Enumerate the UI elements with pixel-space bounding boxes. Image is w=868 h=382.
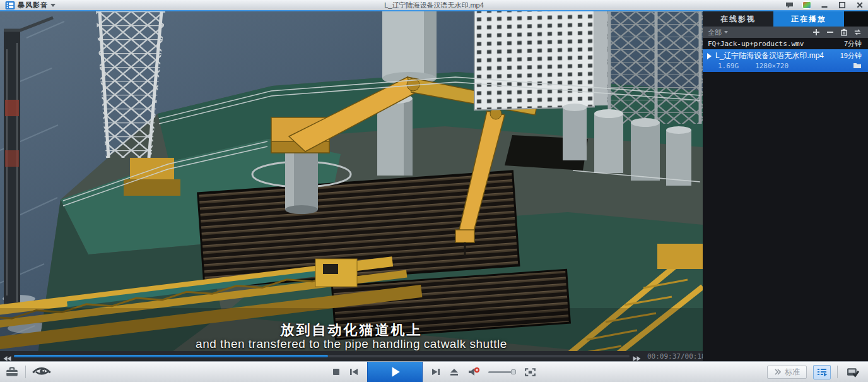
video-frame[interactable]: 放到自动化猫道机上 and then transfered to the pip… [0,11,703,351]
standard-mode-button[interactable]: 标准 [767,366,807,379]
chevrons-icon [774,369,782,375]
fullscreen-button[interactable] [524,367,536,377]
playlist-item-name: FQ+Jack-up+products.wmv [708,40,804,48]
minimize-button[interactable] [819,1,830,9]
tab-now-playing[interactable]: 正在播放 [773,11,844,27]
mute-icon [467,367,480,377]
mute-button[interactable] [467,367,480,377]
stop-icon [332,367,341,376]
playlist-toggle-button[interactable] [813,365,831,379]
sync-icon [853,28,862,36]
window-title: L_辽宁陆海设备汉语无水印.mp4 [0,1,868,10]
skin-button[interactable] [801,1,812,9]
playlist-item-size: 1.69G [718,62,739,70]
minimize-icon [821,1,828,9]
control-bar: 标准 [0,361,868,382]
maximize-icon [838,1,846,9]
playlist-item-resolution: 1280×720 [755,62,789,70]
stop-button[interactable] [332,367,341,376]
playlist-item-duration: 7分钟 [844,39,862,49]
eye-icon [32,367,51,377]
next-icon [431,367,441,376]
toolbox-icon [5,366,19,378]
feedback-button[interactable] [783,1,795,9]
rewind-button[interactable] [3,353,13,359]
playlist-item-duration: 19分钟 [840,51,862,61]
feedback-icon [785,2,794,9]
media-library-button[interactable] [844,365,862,379]
filter-label: 全部 [708,28,722,37]
app-menu-button[interactable]: 暴风影音 [0,0,61,10]
filter-dropdown[interactable]: 全部 [708,28,728,37]
playlist-toolbar: 全部 [703,27,868,38]
clear-list-button[interactable] [840,28,848,36]
play-button[interactable] [367,362,423,382]
standard-mode-label: 标准 [785,367,800,378]
remove-icon [826,28,834,36]
playlist-item[interactable]: FQ+Jack-up+products.wmv 7分钟 [703,38,868,49]
open-folder-button[interactable] [853,62,862,71]
playlist-item-name: L_辽宁陆海设备汉语无水印.mp4 [715,51,824,61]
remove-button[interactable] [826,28,834,36]
fullscreen-icon [524,367,536,377]
app-window: 暴风影音 L_辽宁陆海设备汉语无水印.mp4 [0,0,868,382]
previous-icon [349,367,359,376]
sidebar: 在线影视 正在播放 全部 [703,11,868,361]
trash-icon [840,28,848,36]
playlist-item-selected[interactable]: L_辽宁陆海设备汉语无水印.mp4 19分钟 1.69G 1280×720 [703,49,868,72]
close-button[interactable] [854,1,865,9]
fast-forward-button[interactable] [632,353,642,359]
app-logo-icon [5,1,15,9]
previous-button[interactable] [349,367,359,376]
app-name: 暴风影音 [18,1,48,10]
titlebar: 暴风影音 L_辽宁陆海设备汉语无水印.mp4 [0,0,868,11]
media-library-icon [847,367,860,378]
menu-caret-icon [50,4,56,7]
divider [25,366,26,378]
add-icon [812,28,820,36]
eject-icon [449,367,459,376]
eject-button[interactable] [449,367,459,376]
progress-bar-row: 00:09:37/00:18:54 [0,351,703,361]
next-button[interactable] [431,367,441,376]
volume-handle[interactable] [511,369,516,374]
filter-caret-icon [724,31,728,33]
sidebar-tabs: 在线影视 正在播放 [703,11,868,27]
tab-online-video[interactable]: 在线影视 [703,11,773,27]
progress-fill [14,355,328,357]
video-scene-offshore-rig [0,11,703,351]
progress-track[interactable] [14,355,630,357]
close-icon [856,1,864,9]
playlist-toggle-icon [816,367,828,376]
volume-slider[interactable] [488,368,516,376]
toolbox-button[interactable] [5,366,19,378]
add-button[interactable] [812,28,820,36]
play-icon [389,366,401,378]
divider [837,366,838,378]
playing-indicator-icon [707,53,712,59]
sync-button[interactable] [853,28,862,36]
folder-icon [853,62,862,69]
maximize-button[interactable] [836,1,848,9]
eye-protect-button[interactable] [32,367,51,377]
skin-icon [802,1,811,9]
